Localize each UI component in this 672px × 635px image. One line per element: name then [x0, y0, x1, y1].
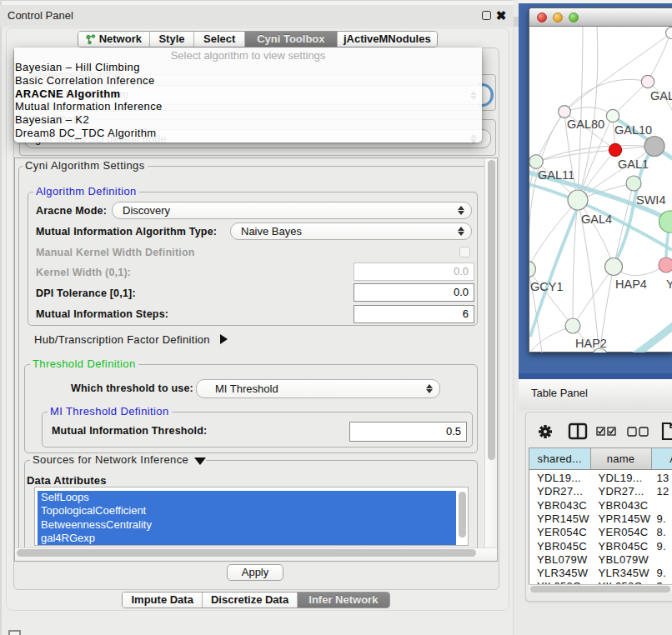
- close-icon[interactable]: ✖: [494, 5, 508, 27]
- aracne-mode-value: Discovery: [123, 204, 170, 217]
- node-hap4[interactable]: [605, 258, 623, 276]
- attribute-list-item[interactable]: gal4RGexp: [38, 532, 456, 545]
- node-gal11[interactable]: [529, 155, 543, 169]
- split-view-icon[interactable]: [569, 424, 586, 438]
- table-horizontal-scrollbar[interactable]: [529, 584, 672, 592]
- table-row[interactable]: YLR345WYLR345W9.: [529, 567, 672, 580]
- table-horizontal-scrollbar-thumb[interactable]: [530, 586, 670, 592]
- kernel-width-input[interactable]: 0.0: [354, 262, 474, 281]
- hub-section-label[interactable]: Hub/Transcription Factor Definition: [34, 333, 210, 346]
- settings-vertical-scrollbar[interactable]: [484, 158, 497, 548]
- attribute-list-item[interactable]: TopologicalCoefficient: [38, 504, 456, 518]
- bottom-tab-impute-data[interactable]: Impute Data: [123, 592, 203, 608]
- algorithm-menu-item[interactable]: Basic Correlation Inference: [15, 74, 479, 88]
- algorithm-menu-item[interactable]: Bayesian – Hill Climbing: [15, 61, 479, 74]
- table-row[interactable]: YDR27...YDR27...12: [529, 485, 672, 498]
- which-threshold-combobox[interactable]: MI Threshold: [196, 379, 440, 398]
- algorithm-menu-item[interactable]: ARACNE Algorithm: [15, 88, 479, 101]
- close-traffic-light-icon[interactable]: [537, 12, 547, 22]
- node-table-header[interactable]: shared...nameAv: [529, 448, 672, 470]
- tab-label: Infer Network: [308, 592, 378, 608]
- tab-label: Cyni Toolbox: [257, 32, 324, 47]
- table-cell: 12: [657, 485, 672, 498]
- network-edge[interactable]: [648, 33, 670, 82]
- tab-jactivemnodules[interactable]: jActiveMNodules: [338, 32, 437, 47]
- node-top[interactable]: [666, 28, 672, 39]
- collapse-arrow-icon[interactable]: [194, 458, 206, 465]
- tab-cyni-toolbox[interactable]: Cyni Toolbox: [245, 32, 337, 47]
- node-gal10[interactable]: [606, 109, 619, 122]
- attribute-list-item[interactable]: SelfLoops: [38, 491, 456, 504]
- dpi-tolerance-label: DPI Tolerance [0,1]:: [36, 288, 136, 299]
- tab-network[interactable]: Network: [78, 32, 150, 47]
- mi-steps-label: Mutual Information Steps:: [36, 308, 168, 320]
- table-row[interactable]: YER054CYER054C8.: [529, 526, 672, 539]
- zoom-traffic-light-icon[interactable]: [569, 12, 579, 22]
- network-edge[interactable]: [564, 79, 648, 112]
- table-row[interactable]: YBR045CYBR045C9.: [529, 540, 672, 553]
- aracne-mode-combobox[interactable]: Discovery: [112, 202, 472, 219]
- table-row[interactable]: YBR043CYBR043C: [529, 499, 672, 512]
- node-gal1-label: GAL1: [618, 158, 649, 171]
- mi-threshold-label: Mutual Information Threshold:: [52, 425, 207, 437]
- column-header-shared[interactable]: shared...: [529, 448, 591, 469]
- apply-button[interactable]: Apply: [227, 564, 283, 581]
- table-row[interactable]: YDL19...YDL19...13: [529, 472, 672, 485]
- algorithm-menu-item[interactable]: Dream8 DC_TDC Algorithm: [15, 127, 479, 140]
- algorithm-menu-item[interactable]: Mutual Information Inference: [15, 100, 479, 113]
- data-attributes-list[interactable]: SelfLoopsTopologicalCoefficientBetweenne…: [34, 487, 469, 546]
- mi-steps-input[interactable]: 6: [354, 305, 474, 323]
- column-header-Av[interactable]: Av: [652, 448, 672, 469]
- float-window-icon[interactable]: [482, 11, 491, 20]
- select-all-icon[interactable]: [597, 428, 615, 435]
- settings-vertical-scrollbar-thumb[interactable]: [488, 160, 495, 460]
- new-table-icon[interactable]: [663, 423, 672, 439]
- node-gal4[interactable]: [568, 190, 588, 210]
- network-edge[interactable]: [564, 108, 613, 116]
- node-gray[interactable]: [644, 137, 664, 157]
- settings-horizontal-scrollbar[interactable]: [15, 548, 497, 560]
- node-gcy1[interactable]: [529, 261, 536, 278]
- tab-select[interactable]: Select: [194, 32, 245, 47]
- mi-type-combobox[interactable]: Naive Bayes: [230, 222, 472, 240]
- mini-palette-button[interactable]: [8, 630, 21, 635]
- list-scrollbar-thumb[interactable]: [459, 492, 466, 538]
- bottom-tab-infer-network[interactable]: Infer Network: [298, 592, 389, 608]
- combo-arrows-icon: [458, 223, 464, 239]
- gear-icon[interactable]: [539, 425, 552, 438]
- node-gal80[interactable]: [559, 106, 571, 118]
- column-header-name[interactable]: name: [591, 448, 652, 469]
- bottom-tab-discretize-data[interactable]: Discretize Data: [203, 592, 297, 608]
- network-edge[interactable]: [529, 200, 578, 269]
- network-edge[interactable]: [536, 150, 615, 162]
- attribute-list-item[interactable]: BetweennessCentrality: [38, 518, 456, 532]
- node-ypink[interactable]: [659, 258, 672, 272]
- node-gal2[interactable]: [641, 75, 654, 88]
- manual-kernel-checkbox[interactable]: [459, 247, 470, 258]
- tab-label: Select: [203, 32, 235, 47]
- dpi-tolerance-input[interactable]: 0.0: [354, 283, 474, 302]
- algorithm-menu-item[interactable]: Bayesian – K2: [15, 113, 479, 127]
- deselect-all-icon[interactable]: [628, 428, 648, 436]
- table-panel-title: Table Panel: [531, 387, 588, 399]
- table-row[interactable]: YPR145WYPR145W9.: [529, 512, 672, 526]
- node-gal1[interactable]: [609, 143, 621, 156]
- tab-style[interactable]: Style: [150, 32, 195, 47]
- network-edge-highlighted[interactable]: [530, 205, 579, 337]
- network-edge[interactable]: [578, 27, 583, 200]
- table-row[interactable]: YBL079WYBL079W: [529, 553, 672, 567]
- node-swi4[interactable]: [626, 176, 641, 191]
- network-graph[interactable]: GAL2GAL80GAL10GAL1GAL11SWI4GAL4GCY1HAP4Y…: [529, 27, 672, 352]
- algorithm-dropdown-popup: Select algorithm to view settings Bayesi…: [14, 48, 482, 142]
- node-table[interactable]: shared...nameAv YDL19...YDL19...13YDR27.…: [529, 448, 672, 592]
- minimize-traffic-light-icon[interactable]: [553, 12, 563, 22]
- mi-threshold-input[interactable]: 0.5: [349, 422, 467, 442]
- node-hap2[interactable]: [565, 318, 580, 333]
- settings-horizontal-scrollbar-thumb[interactable]: [17, 549, 476, 557]
- network-desktop-edge: [519, 373, 672, 379]
- table-cell: YDR27...: [599, 485, 659, 498]
- expand-arrow-icon[interactable]: [220, 334, 228, 344]
- table-cell: YER054C: [537, 526, 599, 539]
- network-edge[interactable]: [613, 82, 648, 116]
- network-window-titlebar[interactable]: [529, 8, 672, 27]
